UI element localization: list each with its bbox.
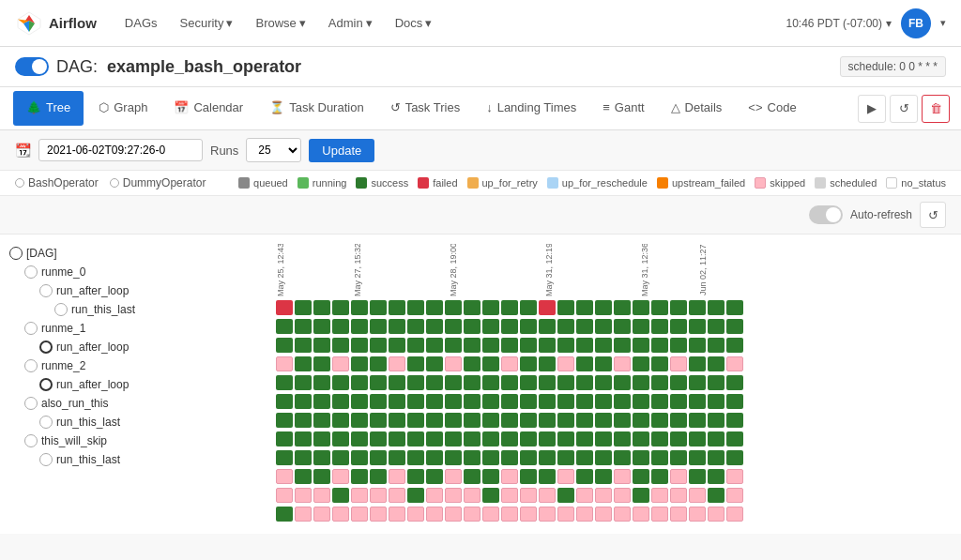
- grid-cell[interactable]: [295, 413, 312, 428]
- grid-cell[interactable]: [295, 431, 312, 446]
- grid-cell[interactable]: [295, 450, 312, 465]
- grid-cell[interactable]: [313, 356, 330, 371]
- grid-cell[interactable]: [332, 338, 349, 353]
- nav-docs[interactable]: Docs ▾: [386, 10, 442, 36]
- grid-cell[interactable]: [557, 338, 574, 353]
- tree-node-run-this-last-2[interactable]: run_this_last: [9, 450, 263, 469]
- runs-select[interactable]: 25 50 100: [246, 138, 301, 162]
- grid-cell[interactable]: [576, 375, 593, 390]
- grid-cell[interactable]: [313, 319, 330, 334]
- grid-cell[interactable]: [501, 356, 518, 371]
- grid-cell[interactable]: [670, 413, 687, 428]
- grid-cell[interactable]: [501, 431, 518, 446]
- grid-cell[interactable]: [295, 356, 312, 371]
- grid-cell[interactable]: [464, 338, 480, 353]
- grid-cell[interactable]: [407, 375, 424, 390]
- grid-cell[interactable]: [313, 450, 330, 465]
- grid-cell[interactable]: [726, 469, 743, 484]
- grid-cell[interactable]: [332, 488, 349, 503]
- grid-cell[interactable]: [482, 356, 499, 371]
- grid-cell[interactable]: [501, 469, 518, 484]
- grid-cell[interactable]: [332, 450, 349, 465]
- grid-cell[interactable]: [689, 394, 706, 409]
- grid-cell[interactable]: [295, 469, 312, 484]
- date-input[interactable]: [38, 139, 203, 161]
- grid-cell[interactable]: [708, 375, 725, 390]
- grid-cell[interactable]: [576, 488, 593, 503]
- grid-cell[interactable]: [651, 356, 668, 371]
- grid-cell[interactable]: [689, 413, 706, 428]
- grid-cell[interactable]: [389, 375, 405, 390]
- grid-cell[interactable]: [689, 319, 706, 334]
- grid-cell[interactable]: [501, 319, 518, 334]
- grid-cell[interactable]: [539, 488, 556, 503]
- grid-cell[interactable]: [426, 413, 443, 428]
- tab-calendar[interactable]: 📅 Calendar: [160, 91, 256, 126]
- grid-cell[interactable]: [332, 413, 349, 428]
- grid-cell[interactable]: [276, 356, 293, 371]
- grid-cell[interactable]: [651, 431, 668, 446]
- refresh-button[interactable]: ↺: [890, 95, 918, 123]
- grid-cell[interactable]: [407, 431, 424, 446]
- grid-cell[interactable]: [464, 507, 480, 522]
- grid-cell[interactable]: [651, 469, 668, 484]
- grid-cell[interactable]: [482, 394, 499, 409]
- grid-cell[interactable]: [351, 394, 368, 409]
- grid-cell[interactable]: [614, 338, 631, 353]
- grid-cell[interactable]: [670, 319, 687, 334]
- grid-cell[interactable]: [633, 413, 649, 428]
- grid-cell[interactable]: [520, 300, 537, 315]
- grid-cell[interactable]: [332, 394, 349, 409]
- autorefresh-toggle[interactable]: [809, 205, 843, 224]
- grid-cell[interactable]: [482, 338, 499, 353]
- grid-cell[interactable]: [520, 431, 537, 446]
- grid-cell[interactable]: [464, 488, 480, 503]
- grid-cell[interactable]: [726, 450, 743, 465]
- grid-cell[interactable]: [426, 300, 443, 315]
- grid-cell[interactable]: [726, 413, 743, 428]
- grid-cell[interactable]: [276, 375, 293, 390]
- grid-cell[interactable]: [576, 431, 593, 446]
- grid-cell[interactable]: [689, 431, 706, 446]
- grid-cell[interactable]: [464, 431, 480, 446]
- grid-cell[interactable]: [651, 375, 668, 390]
- grid-cell[interactable]: [651, 488, 668, 503]
- grid-cell[interactable]: [651, 300, 668, 315]
- grid-cell[interactable]: [370, 431, 387, 446]
- grid-cell[interactable]: [482, 450, 499, 465]
- grid-cell[interactable]: [295, 300, 312, 315]
- grid-cell[interactable]: [276, 431, 293, 446]
- grid-cell[interactable]: [539, 356, 556, 371]
- grid-cell[interactable]: [670, 488, 687, 503]
- grid-cell[interactable]: [651, 507, 668, 522]
- grid-cell[interactable]: [351, 300, 368, 315]
- grid-cell[interactable]: [407, 507, 424, 522]
- grid-cell[interactable]: [276, 300, 293, 315]
- grid-cell[interactable]: [295, 507, 312, 522]
- grid-cell[interactable]: [482, 375, 499, 390]
- grid-cell[interactable]: [614, 394, 631, 409]
- grid-cell[interactable]: [726, 319, 743, 334]
- tab-graph[interactable]: ⬡ Graph: [85, 91, 160, 126]
- nav-admin[interactable]: Admin ▾: [319, 10, 382, 36]
- grid-cell[interactable]: [633, 469, 649, 484]
- grid-cell[interactable]: [295, 488, 312, 503]
- grid-cell[interactable]: [539, 450, 556, 465]
- grid-cell[interactable]: [332, 507, 349, 522]
- grid-cell[interactable]: [482, 507, 499, 522]
- grid-cell[interactable]: [633, 356, 649, 371]
- grid-cell[interactable]: [614, 356, 631, 371]
- nav-security[interactable]: Security ▾: [171, 10, 243, 36]
- grid-cell[interactable]: [407, 413, 424, 428]
- grid-cell[interactable]: [539, 469, 556, 484]
- grid-cell[interactable]: [708, 450, 725, 465]
- grid-cell[interactable]: [445, 413, 462, 428]
- grid-cell[interactable]: [708, 394, 725, 409]
- grid-cell[interactable]: [407, 356, 424, 371]
- grid-cell[interactable]: [689, 375, 706, 390]
- tree-node-this-will-skip[interactable]: this_will_skip: [9, 431, 263, 450]
- nav-browse[interactable]: Browse ▾: [246, 10, 314, 36]
- grid-cell[interactable]: [633, 488, 649, 503]
- grid-cell[interactable]: [351, 356, 368, 371]
- grid-cell[interactable]: [332, 375, 349, 390]
